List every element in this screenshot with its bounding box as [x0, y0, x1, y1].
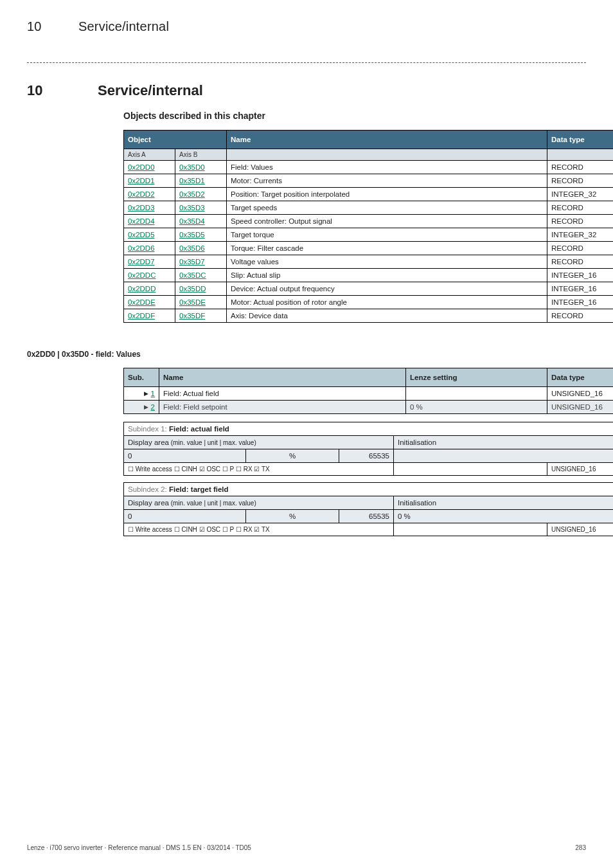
detail-dt: UNSIGNED_16	[547, 523, 614, 536]
obj-link-b[interactable]: 0x35D6	[179, 244, 205, 252]
obj-link-a[interactable]: 0x2DDF	[128, 312, 155, 320]
obj-name: Axis: Device data	[227, 309, 547, 323]
page-number: 283	[575, 844, 586, 851]
obj-link-b[interactable]: 0x35DD	[179, 285, 206, 293]
obj-name: Device: Actual output frequency	[227, 282, 547, 296]
obj-name: Motor: Actual position of rotor angle	[227, 296, 547, 309]
table-row: 0x2DD20x35D2Position: Target position in…	[124, 188, 614, 201]
obj-name: Target torque	[227, 228, 547, 242]
access-flags: ☐ Write access ☐ CINH ☑ OSC ☐ P ☐ RX ☑ T…	[124, 463, 394, 476]
obj-name: Field: Values	[227, 161, 547, 174]
min-value: 0	[124, 510, 246, 523]
table-row: 0x2DD00x35D0Field: ValuesRECORD	[124, 161, 614, 174]
obj-name: Motor: Currents	[227, 174, 547, 188]
col-name: Name	[227, 131, 547, 149]
obj-dt: RECORD	[547, 174, 614, 188]
table-row: 0x2DDE0x35DEMotor: Actual position of ro…	[124, 296, 614, 309]
running-header-num: 10	[27, 19, 78, 34]
obj-dt: INTEGER_16	[547, 269, 614, 282]
col-datatype: Data type	[547, 131, 614, 149]
obj-dt: INTEGER_16	[547, 282, 614, 296]
obj-link-a[interactable]: 0x2DD2	[128, 190, 155, 198]
obj-link-a[interactable]: 0x2DD5	[128, 231, 155, 239]
detail-title: Subindex 1: Field: actual field	[124, 422, 614, 436]
obj-name: Target speeds	[227, 201, 547, 215]
obj-link-a[interactable]: 0x2DD6	[128, 244, 155, 252]
table-row: ▶ 1 Field: Actual field UNSIGNED_16	[124, 387, 614, 401]
obj-name: Position: Target position interpolated	[227, 188, 547, 201]
sub-link[interactable]: 2	[151, 403, 155, 411]
sub-link[interactable]: 1	[151, 390, 155, 397]
table-row: 0x2DD30x35D3Target speedsRECORD	[124, 201, 614, 215]
axis-a-label: Axis A	[124, 149, 175, 161]
obj-link-a[interactable]: 0x2DDD	[128, 285, 155, 293]
page-footer: Lenze · i700 servo inverter · Reference …	[27, 844, 586, 851]
detail-title: Subindex 2: Field: target field	[124, 483, 614, 496]
unit-value: %	[246, 510, 339, 523]
objects-table: Object Name Data type Axis A Axis B 0x2D…	[123, 130, 613, 323]
separator-dashes	[27, 62, 586, 63]
sub-lenze: 0 %	[406, 401, 547, 414]
obj-link-b[interactable]: 0x35D0	[179, 163, 205, 171]
sub-dt: UNSIGNED_16	[547, 387, 614, 401]
init-value	[394, 449, 614, 463]
display-area-label: Display area (min. value | unit | max. v…	[124, 436, 394, 449]
initialisation-label: Initialisation	[394, 496, 614, 510]
subindex-2-detail: Subindex 2: Field: target field Display …	[123, 482, 613, 536]
obj-link-b[interactable]: 0x35D7	[179, 258, 205, 266]
detail-dt: UNSIGNED_16	[547, 463, 614, 476]
obj-name: Speed controller: Output signal	[227, 215, 547, 228]
obj-link-b[interactable]: 0x35D4	[179, 217, 205, 225]
obj-dt: INTEGER_32	[547, 228, 614, 242]
obj-link-b[interactable]: 0x35D1	[179, 177, 205, 185]
table-row: 0x2DDD0x35DDDevice: Actual output freque…	[124, 282, 614, 296]
table-row: 0x2DD40x35D4Speed controller: Output sig…	[124, 215, 614, 228]
obj-dt: RECORD	[547, 255, 614, 269]
running-header: 10Service/internal	[27, 19, 586, 34]
running-header-title: Service/internal	[78, 19, 169, 33]
display-area-label: Display area (min. value | unit | max. v…	[124, 496, 394, 510]
sub-name: Field: Field setpoint	[159, 401, 406, 414]
obj-link-a[interactable]: 0x2DDE	[128, 298, 155, 306]
col-lenze: Lenze setting	[406, 368, 547, 387]
table-row: 0x2DDC0x35DCSlip: Actual slipINTEGER_16	[124, 269, 614, 282]
obj-link-a[interactable]: 0x2DD0	[128, 163, 155, 171]
obj-link-b[interactable]: 0x35D3	[179, 204, 205, 212]
min-value: 0	[124, 449, 246, 463]
obj-link-a[interactable]: 0x2DD1	[128, 177, 155, 185]
obj-link-b[interactable]: 0x35DC	[179, 271, 206, 279]
triangle-icon: ▶	[144, 390, 148, 397]
init-value: 0 %	[394, 510, 614, 523]
table-row: 0x2DDF0x35DFAxis: Device dataRECORD	[124, 309, 614, 323]
table-row: 0x2DD60x35D6Torque: Filter cascadeRECORD	[124, 242, 614, 255]
obj-name: Slip: Actual slip	[227, 269, 547, 282]
sub-name: Field: Actual field	[159, 387, 406, 401]
obj-dt: RECORD	[547, 215, 614, 228]
obj-dt: RECORD	[547, 201, 614, 215]
table-row: 0x2DD50x35D5Target torqueINTEGER_32	[124, 228, 614, 242]
obj-name: Voltage values	[227, 255, 547, 269]
access-flags: ☐ Write access ☐ CINH ☑ OSC ☐ P ☐ RX ☑ T…	[124, 523, 394, 536]
subindex-1-detail: Subindex 1: Field: actual field Display …	[123, 422, 613, 476]
obj-link-a[interactable]: 0x2DD3	[128, 204, 155, 212]
initialisation-label: Initialisation	[394, 436, 614, 449]
triangle-icon: ▶	[144, 404, 148, 410]
axis-b-label: Axis B	[175, 149, 227, 161]
table-row: ▶ 2 Field: Field setpoint 0 % UNSIGNED_1…	[124, 401, 614, 414]
obj-link-a[interactable]: 0x2DD4	[128, 217, 155, 225]
table-row: 0x2DD10x35D1Motor: CurrentsRECORD	[124, 174, 614, 188]
obj-link-b[interactable]: 0x35D5	[179, 231, 205, 239]
section-number: 10	[27, 82, 98, 99]
obj-link-b[interactable]: 0x35DE	[179, 298, 206, 306]
obj-dt: INTEGER_32	[547, 188, 614, 201]
obj-dt: RECORD	[547, 242, 614, 255]
obj-link-b[interactable]: 0x35DF	[179, 312, 205, 320]
sub-lenze	[406, 387, 547, 401]
max-value: 65535	[339, 449, 394, 463]
table-row: 0x2DD70x35D7Voltage valuesRECORD	[124, 255, 614, 269]
obj-link-a[interactable]: 0x2DDC	[128, 271, 155, 279]
obj-link-b[interactable]: 0x35D2	[179, 190, 205, 198]
field-values-anchor: 0x2DD0 | 0x35D0 - field: Values	[27, 350, 586, 359]
obj-link-a[interactable]: 0x2DD7	[128, 258, 155, 266]
section-title: Service/internal	[98, 82, 203, 98]
